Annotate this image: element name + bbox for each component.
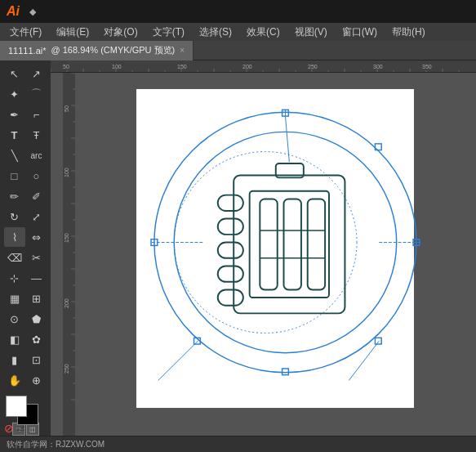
curvature-tool[interactable]: ⌐ [26,105,47,124]
swap-indicator[interactable]: ⇄ [16,422,25,435]
menu-bar: 文件(F) 编辑(E) 对象(O) 文字(T) 选择(S) 效果(C) 视图(V… [0,23,476,41]
width-tool[interactable]: ⇔ [26,227,47,247]
ruler-horizontal: 50 100 150 200 250 300 350 [51,60,476,73]
pen-tool[interactable]: ✒ [4,105,25,124]
menu-file[interactable]: 文件(F) [3,24,48,41]
menu-view[interactable]: 视图(V) [288,24,334,41]
mesh-tool[interactable]: ⊞ [26,289,47,308]
ruler-vertical: 50 100 150 200 250 [63,73,75,436]
svg-text:350: 350 [422,64,432,69]
select-tool[interactable]: ↖ [4,64,25,83]
svg-text:150: 150 [64,233,69,243]
perspective-tool[interactable]: ◧ [4,329,25,349]
scale-tool[interactable]: ⤢ [26,207,47,226]
symbol-tool[interactable]: ✿ [26,329,47,349]
direct-select-tool[interactable]: ↗ [26,64,47,83]
svg-text:250: 250 [308,64,318,69]
line-tool[interactable]: ╲ [4,145,25,165]
eyedropper-tool[interactable]: ⊹ [4,268,25,288]
lasso-tool[interactable]: ⌒ [26,84,47,104]
fill-swatch[interactable] [6,396,27,417]
svg-rect-34 [63,73,75,436]
rotate-tool[interactable]: ↻ [4,207,25,226]
none-indicator: ⊘ [4,422,14,435]
menu-window[interactable]: 窗口(W) [336,24,384,41]
rect-tool[interactable]: □ [4,166,25,186]
blend-tool[interactable]: ⊙ [4,309,25,329]
tab-filename: 11111.ai* [8,46,47,56]
tab-bar: 11111.ai* @ 168.94% (CMYK/GPU 预览) × [0,41,476,60]
tab-info: @ 168.94% (CMYK/GPU 预览) [51,44,176,56]
svg-text:200: 200 [64,298,69,308]
tab-close-button[interactable]: × [180,46,185,55]
document-tab[interactable]: 11111.ai* @ 168.94% (CMYK/GPU 预览) × [0,41,194,60]
svg-text:300: 300 [373,64,383,69]
svg-rect-67 [413,239,420,246]
website-label: 软件自学网：RJZXW.COM [7,439,105,450]
status-bar: 软件自学网：RJZXW.COM [0,436,476,452]
ellipse-tool[interactable]: ○ [26,166,47,186]
type-tool[interactable]: T [4,125,25,145]
menu-edit[interactable]: 编辑(E) [50,24,96,41]
blob-brush-tool[interactable]: ✐ [26,186,47,206]
warp-tool[interactable]: ⌇ [4,227,25,247]
menu-type[interactable]: 文字(T) [146,24,191,41]
svg-text:50: 50 [63,64,69,69]
svg-text:250: 250 [64,364,69,374]
paintbrush-tool[interactable]: ✏ [4,186,25,206]
artboard [136,89,414,408]
hand-tool[interactable]: ✋ [4,370,25,390]
touch-type-tool[interactable]: Ŧ [26,125,47,145]
svg-text:100: 100 [112,64,122,69]
svg-text:50: 50 [64,105,69,112]
gradient-tool[interactable]: ▦ [4,289,25,308]
workspace: 50 100 150 200 250 [63,73,476,436]
magic-wand-tool[interactable]: ✦ [4,84,25,104]
window-icon: ◆ [29,7,36,17]
arc-tool[interactable]: arc [26,145,47,165]
eraser-tool[interactable]: ⌫ [4,248,25,267]
scissors-tool[interactable]: ✂ [26,248,47,267]
menu-select[interactable]: 选择(S) [193,24,238,41]
svg-text:150: 150 [177,64,187,69]
column-graph-tool[interactable]: ▮ [4,350,25,369]
svg-text:100: 100 [64,168,69,177]
live-paint-tool[interactable]: ⬟ [26,309,47,329]
title-bar: Ai ◆ [0,0,476,23]
menu-object[interactable]: 对象(O) [97,24,144,41]
artboard-tool[interactable]: ⊡ [26,350,47,369]
svg-text:200: 200 [242,64,252,69]
main-layout: ↖ ↗ ✦ ⌒ ✒ ⌐ T Ŧ ╲ arc □ ○ ✏ ✐ ↻ ⤢ [0,60,476,436]
canvas-area[interactable]: 50 100 150 200 250 300 350 [51,60,476,436]
ai-logo: Ai [7,4,20,19]
zoom-tool[interactable]: ⊕ [26,370,47,390]
measure-tool[interactable]: — [26,268,47,288]
menu-effect[interactable]: 效果(C) [240,24,287,41]
menu-help[interactable]: 帮助(H) [385,24,432,41]
left-toolbar: ↖ ↗ ✦ ⌒ ✒ ⌐ T Ŧ ╲ arc □ ○ ✏ ✐ ↻ ⤢ [0,60,51,436]
